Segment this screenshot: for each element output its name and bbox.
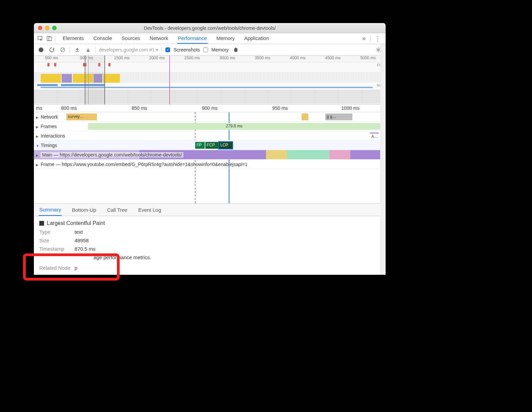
disclosure-triangle-icon[interactable] <box>36 133 39 139</box>
inspect-icon[interactable] <box>36 34 45 43</box>
svg-rect-2 <box>49 37 52 41</box>
tabs-overflow-button[interactable]: » <box>359 35 369 42</box>
event-color-swatch <box>39 221 44 226</box>
memory-checkbox[interactable] <box>203 47 208 52</box>
disclosure-triangle-icon[interactable] <box>36 152 39 158</box>
clear-button[interactable] <box>59 46 66 54</box>
size-key: Size <box>39 238 70 243</box>
track-frame[interactable]: Frame — https://www.youtube.com/embed/G_… <box>34 160 386 169</box>
timeline-overview[interactable]: 500 ms 000 ms 1500 ms 2000 ms 2500 ms 30… <box>34 56 386 105</box>
track-main[interactable]: Main — https://developers.google.com/web… <box>34 150 386 160</box>
reload-button[interactable] <box>48 46 56 54</box>
summary-panel: Largest Contentful Paint Typetext Size48… <box>34 216 386 275</box>
timing-fcp[interactable]: FCP <box>205 142 218 149</box>
chevron-down-icon: ▾ <box>156 47 158 53</box>
track-network[interactable]: Network survey… g g… <box>34 112 386 122</box>
summary-tabs: Summary Bottom-Up Call Tree Event Log <box>34 203 386 216</box>
more-menu-button[interactable]: ⋮ <box>372 35 384 42</box>
zoom-window-button[interactable] <box>52 26 57 30</box>
record-button[interactable] <box>37 46 45 54</box>
tab-application[interactable]: Application <box>244 33 270 44</box>
interaction-chunk[interactable]: A… <box>370 132 379 139</box>
window-scrollbar[interactable] <box>380 44 386 275</box>
tab-event-log[interactable]: Event Log <box>138 204 162 215</box>
timing-lcp[interactable]: LCP <box>219 142 232 149</box>
tab-summary[interactable]: Summary <box>39 204 62 216</box>
overview-selection-handle[interactable] <box>85 56 105 104</box>
track-frames[interactable]: Frames 279.6 ms <box>34 122 386 131</box>
screenshots-checkbox[interactable] <box>165 47 170 52</box>
type-value: text <box>75 229 83 235</box>
tab-network[interactable]: Network <box>149 33 169 44</box>
tracks-container[interactable]: Network survey… g g… Frames 279.6 ms Int… <box>34 112 386 203</box>
timestamp-value: 870.5 ms <box>75 246 96 252</box>
panel-tabs: Elements Console Sources Network Perform… <box>62 33 359 44</box>
metrics-partial-text: age performance metrics. <box>94 254 380 260</box>
disclosure-triangle-icon[interactable] <box>36 114 39 120</box>
tab-call-tree[interactable]: Call Tree <box>106 204 128 215</box>
network-chunk-right[interactable] <box>302 114 308 120</box>
svg-point-4 <box>378 49 380 50</box>
related-node-key: Related Node <box>39 265 70 271</box>
timing-fp[interactable]: FP <box>195 142 205 149</box>
track-timings[interactable]: Timings FP FCP LCP <box>34 141 386 150</box>
network-chunk[interactable]: survey… <box>66 114 97 120</box>
main-tabs: Elements Console Sources Network Perform… <box>34 33 386 44</box>
recording-select[interactable]: developers.google.com #1 ▾ <box>99 47 158 53</box>
device-toggle-icon[interactable] <box>45 34 54 43</box>
summary-title-row: Largest Contentful Paint <box>39 220 380 226</box>
tab-elements[interactable]: Elements <box>62 33 85 44</box>
size-value: 48958 <box>75 238 89 243</box>
ms-prefix: ms <box>36 105 42 111</box>
recording-select-label: developers.google.com #1 <box>99 47 155 53</box>
screenshots-label: Screenshots <box>173 47 200 53</box>
flamechart-area: ms 800 ms 850 ms 900 ms 950 ms 1000 ms N… <box>34 105 386 275</box>
gc-button[interactable] <box>232 46 240 54</box>
window-controls <box>38 26 57 30</box>
tab-performance[interactable]: Performance <box>177 33 208 44</box>
tab-console[interactable]: Console <box>93 33 113 44</box>
network-chunk-gg[interactable]: g g… <box>325 114 352 120</box>
tab-bottom-up[interactable]: Bottom-Up <box>71 204 97 215</box>
disclosure-triangle-icon[interactable] <box>36 143 39 148</box>
minimize-window-button[interactable] <box>45 26 49 30</box>
titlebar: DevTools - developers.google.com/web/too… <box>34 23 386 33</box>
save-profile-button[interactable] <box>84 46 92 54</box>
disclosure-triangle-icon[interactable] <box>36 124 39 129</box>
related-node-value[interactable]: p <box>75 265 77 271</box>
close-window-button[interactable] <box>38 26 42 30</box>
perf-toolbar: developers.google.com #1 ▾ Screenshots M… <box>34 44 386 56</box>
svg-rect-0 <box>38 36 42 40</box>
disclosure-triangle-icon[interactable] <box>36 162 39 167</box>
track-interactions[interactable]: Interactions A… <box>34 131 386 141</box>
frame-chunk[interactable]: 279.6 ms <box>88 123 380 130</box>
tab-sources[interactable]: Sources <box>121 33 141 44</box>
window-title: DevTools - developers.google.com/web/too… <box>34 25 386 31</box>
summary-title: Largest Contentful Paint <box>47 220 105 226</box>
type-key: Type <box>39 229 70 235</box>
detail-ruler: ms 800 ms 850 ms 900 ms 950 ms 1000 ms <box>34 105 386 112</box>
memory-label: Memory <box>211 47 229 53</box>
tab-memory[interactable]: Memory <box>216 33 236 44</box>
devtools-window: DevTools - developers.google.com/web/too… <box>34 23 386 275</box>
load-profile-button[interactable] <box>74 46 81 54</box>
timestamp-key: Timestamp <box>39 246 70 252</box>
